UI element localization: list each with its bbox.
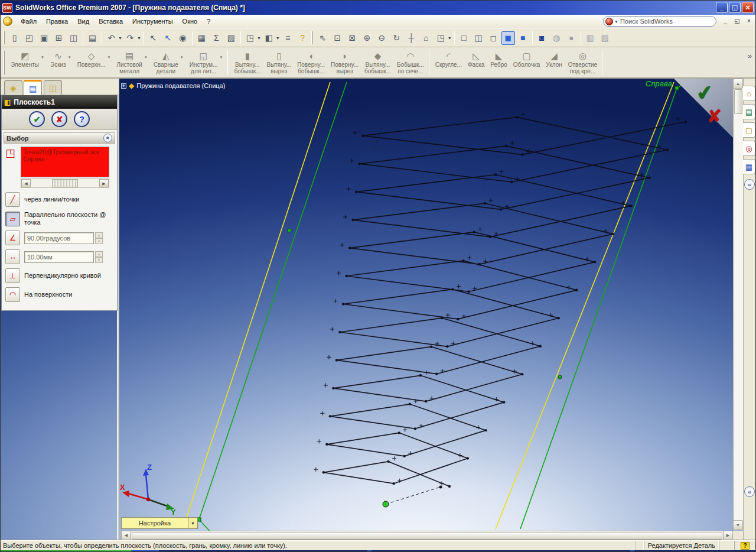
search-results-tab[interactable]: ◎ [743,141,755,156]
previous-view-icon[interactable]: ⇖ [316,31,330,45]
design-library-tab[interactable]: ▤ [743,104,755,119]
on-surface-button[interactable]: ◠ [5,287,20,302]
selection-filter-icon[interactable]: ◉ [176,31,190,45]
view-cube-dropdown-icon[interactable]: ▼ [257,36,261,40]
selection-list[interactable]: Точка20@Трехмерный эск Справа [21,147,109,177]
menu-window[interactable]: Окно [178,16,203,27]
confirm-ok-icon[interactable]: ✔ [695,80,715,106]
weldments-tab-flyout-icon[interactable]: ▼ [180,56,184,59]
vertical-scrollbar-thumb[interactable] [734,89,742,114]
featuremanager-tab[interactable]: ◈ [4,80,22,95]
weldments-tab-button[interactable]: ◭Сварные детали▼ [150,48,186,77]
help-icon[interactable]: ? [296,31,309,45]
sheet-metal-tab-flyout-icon[interactable]: ▼ [144,56,148,59]
lofted-boss-button[interactable]: ◠Бобышк... по сече... [393,48,426,77]
feature-tree-flyout[interactable]: + ◆ Пружина подавателя (Спица) [121,82,225,90]
child-minimize-button[interactable]: _ [721,17,730,25]
angle-spin-up[interactable]: ▴ [95,232,103,238]
view-cube-icon[interactable]: ◳ [243,31,257,45]
horizontal-scrollbar[interactable] [121,531,733,540]
distance-spin-down[interactable]: ▾ [95,257,103,263]
sketch-point-green-right[interactable] [558,375,562,379]
file-explorer-tab[interactable]: ▢ [743,122,755,138]
make-drawing-from-part-icon[interactable]: ⊞ [52,31,66,45]
search-dropdown-icon[interactable]: ▼ [614,20,618,24]
rotate-view-icon[interactable]: ↻ [390,31,403,45]
hidden-lines-removed-icon[interactable]: ◻ [487,31,500,45]
vertical-scrollbar[interactable] [733,79,743,530]
save-icon[interactable]: ▣ [37,31,51,45]
surfaces-tab-flyout-icon[interactable]: ▼ [107,56,110,59]
print-icon[interactable]: ▤ [86,31,99,45]
shadows-in-shaded-mode-icon[interactable]: ◙ [535,31,549,45]
extruded-boss-button[interactable]: ▮Вытяну... бобышк... [230,48,263,77]
trim-icon[interactable]: ▧ [224,31,238,45]
parallel-plane-at-point-button[interactable]: ▱ [5,212,20,226]
menu-insert[interactable]: Вставка [94,16,128,27]
confirm-cancel-icon[interactable]: ✘ [707,106,722,126]
view-palette-tab[interactable]: ▦ [743,159,755,174]
standard-views-icon[interactable]: ⌂ [419,31,433,45]
sketch-grid-icon[interactable]: ▦ [195,31,208,45]
open-document-icon[interactable]: ◰ [22,31,36,45]
sketch-point-green-left[interactable] [288,229,291,232]
redo-icon[interactable]: ↷ [123,31,137,45]
hidden-lines-visible-icon[interactable]: ◫ [472,31,485,45]
mold-tools-tab-button[interactable]: ◱Инструм... для лит...▼ [186,48,226,77]
scroll-right-button[interactable]: ▶ [723,531,733,540]
realview-icon[interactable]: ◍ [550,31,563,45]
customize-dropdown-icon[interactable]: ▼ [188,518,197,528]
menu-file[interactable]: Файл [16,16,41,27]
zoom-to-selection-icon[interactable]: ⊖ [375,31,389,45]
propertymanager-tab[interactable]: ▤ [24,80,42,95]
panel-collapse-button[interactable]: « [744,486,755,497]
toolbar-grip[interactable] [3,51,5,74]
section-view-icon[interactable]: ◧ [262,31,276,45]
search-input[interactable]: ▼ Поиск SolidWorks [603,16,716,27]
zoom-to-fit-icon[interactable]: ⊡ [331,31,344,45]
tree-expand-icon[interactable]: + [121,83,126,89]
revolved-cut-button[interactable]: ◗Поверну... вырез [327,48,361,77]
extruded-cut-button[interactable]: ▯Вытяну... вырез [263,48,294,77]
features-tab-button[interactable]: ◩Элементы▼ [7,48,47,77]
undo-icon[interactable]: ↶ [105,31,118,45]
task-pane-collapse-button[interactable]: « [744,179,755,190]
horizontal-scrollbar-thumb[interactable] [132,532,722,540]
shaded-with-edges-icon[interactable]: ◼ [501,31,515,45]
close-button[interactable]: × [742,2,754,13]
help-button[interactable]: ? [74,111,90,127]
shaded-icon[interactable]: ■ [516,31,530,45]
apply-scene-icon[interactable]: ● [565,31,578,45]
distance-spin-up[interactable]: ▴ [95,251,103,257]
sheet-metal-tab-button[interactable]: ▤Листовой металл▼ [113,48,149,77]
child-restore-button[interactable]: ◱ [732,17,742,25]
configurationmanager-tab[interactable]: ◫ [44,80,62,95]
display-pane-icon[interactable]: ≡ [281,31,295,45]
restore-button[interactable]: ◱ [729,2,741,13]
zoom-to-area-icon[interactable]: ⊠ [346,31,359,45]
select-icon[interactable]: ↖ [146,31,160,45]
distance-spinner[interactable]: ▴ ▾ [95,251,103,263]
hole-wizard-button[interactable]: ◎Отверстие под кре... [565,48,599,77]
toolbar-grip[interactable] [3,31,5,44]
selection-scroll-right[interactable]: ▶ [99,179,109,187]
zoom-in-out-icon[interactable]: ⊕ [360,31,374,45]
cancel-button[interactable]: ✘ [51,111,67,127]
group-collapse-icon[interactable]: « [103,134,112,142]
selection-list-scrollbar[interactable]: ◀ ▶ [21,178,109,188]
through-lines-points-button[interactable]: ╱ [5,192,20,207]
chamfer-button[interactable]: ◺Фаска [464,48,487,77]
toolbar-overflow-icon[interactable]: » [748,51,752,60]
view-orientation-dropdown-icon[interactable]: ▼ [448,36,452,40]
plane-edge-green-left[interactable] [199,82,347,519]
minimize-button[interactable]: _ [716,2,728,13]
shell-button[interactable]: ▢Оболочка [510,48,543,77]
sketch-tab-button[interactable]: ∿Эскиз▼ [47,48,74,77]
angle-spin-down[interactable]: ▾ [95,238,103,244]
section-view-dropdown-icon[interactable]: ▼ [276,36,280,40]
sketch-point-end[interactable] [439,486,442,489]
solidworks-flower-icon[interactable] [3,17,12,26]
draft-button[interactable]: ◢Уклон [542,48,564,77]
ok-button[interactable]: ✔ [29,111,45,127]
sketch-tab-flyout-icon[interactable]: ▼ [68,56,71,59]
